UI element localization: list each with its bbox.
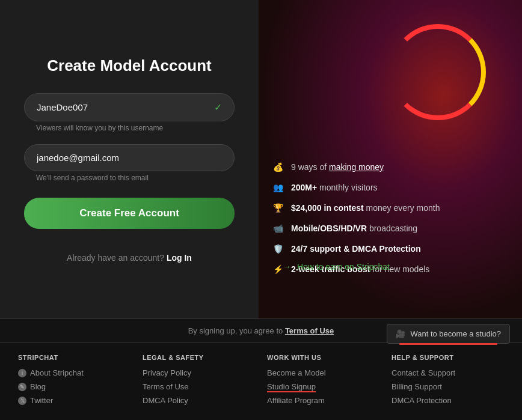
email-group: We'll send a password to this email <box>24 144 235 190</box>
email-input[interactable] <box>37 153 203 163</box>
footer-col-work: WORK WITH US Become a Model Studio Signu… <box>261 354 385 415</box>
dmca-label: DMCA Policy <box>143 396 188 405</box>
twitter-label: Twitter <box>30 396 53 405</box>
footer-dmca-link[interactable]: DMCA Policy <box>143 396 255 405</box>
footer-dmca-protection-link[interactable]: DMCA Protection <box>392 396 504 405</box>
feature-2-text: monthly visitors <box>317 183 377 192</box>
terms-label: Terms of Use <box>143 382 189 391</box>
username-hint: Viewers will know you by this username <box>24 124 235 132</box>
footer-title-stripchat: STRIPCHAT <box>18 354 130 361</box>
feature-3-strong: $24,000 in contest <box>291 203 364 213</box>
contact-label: Contact & Support <box>392 368 455 377</box>
broadcast-icon: 📹 <box>271 221 285 236</box>
feature-item-4: 📹 Mobile/OBS/HD/VR broadcasting <box>271 221 516 236</box>
footer-col-help: HELP & SUPPORT Contact & Support Billing… <box>385 354 510 415</box>
footer-terms-link[interactable]: Terms of Use <box>143 382 255 391</box>
about-label: About Stripchat <box>30 368 84 377</box>
footer-about-link[interactable]: i About Stripchat <box>18 368 130 377</box>
affiliate-label: Affiliate Program <box>267 396 325 405</box>
footer-billing-link[interactable]: Billing Support <box>392 382 504 391</box>
how-to-earn-link[interactable]: → How to earn on Stripchat <box>283 262 393 272</box>
making-money-link[interactable]: making money <box>329 162 384 172</box>
footer-blog-link[interactable]: ✎ Blog <box>18 382 130 391</box>
username-input[interactable] <box>37 102 203 112</box>
create-account-button[interactable]: Create Free Account <box>24 198 235 229</box>
shield-icon: 🛡️ <box>271 242 285 256</box>
blog-label: Blog <box>30 382 46 391</box>
feature-item-1: 💰 9 ways of making money <box>271 160 516 174</box>
footer: STRIPCHAT i About Stripchat ✎ Blog 𝕏 Twi… <box>0 342 522 420</box>
footer-col-legal: LEGAL & SAFETY Privacy Policy Terms of U… <box>137 354 261 415</box>
footer-title-work: WORK WITH US <box>267 354 379 361</box>
studio-banner-text: Want to become a studio? <box>410 329 501 338</box>
form-title: Create Model Account <box>47 56 212 75</box>
footer-privacy-link[interactable]: Privacy Policy <box>143 368 255 377</box>
username-group: ✓ Viewers will know you by this username <box>24 93 235 141</box>
footer-studio-signup-link[interactable]: Studio Signup <box>267 382 316 391</box>
camera-icon: 🎥 <box>396 329 405 338</box>
feature-2-strong: 200M+ <box>291 183 317 192</box>
arrow-icon: → <box>283 262 291 272</box>
username-field-wrapper: ✓ <box>24 93 235 121</box>
email-field-wrapper <box>24 144 235 171</box>
footer-contact-link[interactable]: Contact & Support <box>392 368 504 377</box>
right-panel: 💰 9 ways of making money 👥 200M+ monthly… <box>259 0 522 318</box>
dmca-protection-label: DMCA Protection <box>392 396 452 405</box>
footer-title-help: HELP & SUPPORT <box>392 354 504 361</box>
twitter-icon: 𝕏 <box>18 397 26 405</box>
feature-4-strong: Mobile/OBS/HD/VR <box>291 224 367 233</box>
login-link[interactable]: Log In <box>167 253 192 263</box>
email-hint: We'll send a password to this email <box>24 174 235 182</box>
become-model-label: Become a Model <box>267 368 326 377</box>
terms-of-use-link[interactable]: Terms of Use <box>285 326 334 335</box>
money-icon: 💰 <box>271 160 285 174</box>
already-account-text: Already have an account? <box>67 253 164 263</box>
feature-1-text: 9 ways of <box>291 162 329 172</box>
feature-3-text: money every month <box>364 203 440 213</box>
footer-title-legal: LEGAL & SAFETY <box>143 354 255 361</box>
footer-col-stripchat: STRIPCHAT i About Stripchat ✎ Blog 𝕏 Twi… <box>12 354 137 415</box>
visitors-icon: 👥 <box>271 180 285 195</box>
how-to-earn-text: How to earn on Stripchat <box>297 262 390 272</box>
about-icon: i <box>18 369 26 377</box>
feature-4-text: broadcasting <box>367 224 417 233</box>
feature-5-strong: 24/7 support & DMCA Protection <box>291 244 421 254</box>
billing-label: Billing Support <box>392 382 442 391</box>
footer-twitter-link[interactable]: 𝕏 Twitter <box>18 396 130 405</box>
feature-item-5: 🛡️ 24/7 support & DMCA Protection <box>271 242 516 256</box>
features-list: 💰 9 ways of making money 👥 200M+ monthly… <box>271 160 516 282</box>
feature-item-3: 🏆 $24,000 in contest money every month <box>271 201 516 215</box>
signup-bar: By signing up, you agree to Terms of Use… <box>0 318 522 342</box>
left-panel: Create Model Account ✓ Viewers will know… <box>0 0 259 318</box>
studio-banner[interactable]: 🎥 Want to become a studio? <box>387 324 510 344</box>
neon-decoration <box>390 24 486 120</box>
blog-icon: ✎ <box>18 383 26 391</box>
feature-item-2: 👥 200M+ monthly visitors <box>271 180 516 195</box>
privacy-label: Privacy Policy <box>143 368 191 377</box>
footer-become-model-link[interactable]: Become a Model <box>267 368 379 377</box>
contest-icon: 🏆 <box>271 201 285 215</box>
login-prompt: Already have an account? Log In <box>67 253 192 263</box>
footer-affiliate-link[interactable]: Affiliate Program <box>267 396 379 405</box>
signup-notice-text: By signing up, you agree to <box>188 326 283 335</box>
check-icon: ✓ <box>214 102 222 113</box>
